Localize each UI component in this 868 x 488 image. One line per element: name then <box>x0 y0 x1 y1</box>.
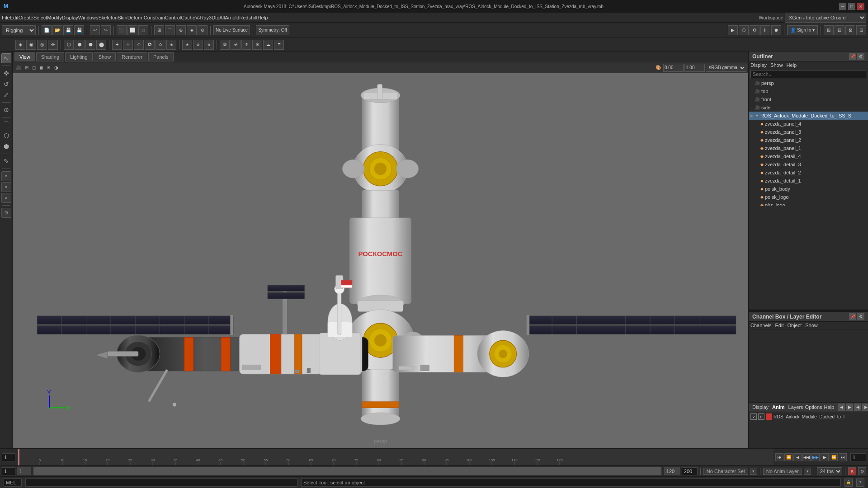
menu-vray[interactable]: V-Ray <box>195 15 209 20</box>
view-preset-4[interactable]: ⊡ <box>856 25 866 35</box>
lasso-select-button[interactable]: ⬜ <box>127 25 137 35</box>
outliner-settings-icon[interactable]: ⚙ <box>857 53 864 60</box>
layers-next2-icon[interactable]: ▶ <box>862 404 868 411</box>
tab-show[interactable]: Show <box>94 52 116 61</box>
menu-3dtoall[interactable]: 3DtoAll <box>209 15 225 20</box>
pb-prev-key[interactable]: ⏪ <box>784 453 793 461</box>
select-mode-button[interactable]: ⬛ <box>117 25 127 35</box>
paint-tool-button[interactable]: ◎ <box>37 40 47 50</box>
char-set-arrow[interactable]: ▾ <box>750 468 757 475</box>
cb-pin-icon[interactable]: 📌 <box>849 313 856 320</box>
symmetry-toggle[interactable]: Symmetry: Off <box>256 25 289 35</box>
view-preset-1[interactable]: ⊞ <box>824 25 834 35</box>
isolate-button[interactable]: ☣ <box>231 40 241 50</box>
select-tool-button[interactable]: ◈ <box>15 40 25 50</box>
vp-shadow-btn[interactable]: ◑ <box>53 64 60 72</box>
outliner-search-input[interactable] <box>750 70 866 78</box>
no-anim-layer-dropdown[interactable]: No Anim Layer <box>763 468 802 475</box>
open-scene-button[interactable]: 📂 <box>52 25 62 35</box>
world-space-button[interactable]: ✮ <box>193 40 203 50</box>
menu-deform[interactable]: Deform <box>127 15 144 20</box>
outliner-menu-display[interactable]: Display <box>750 62 767 68</box>
paint-tool-left[interactable]: ✎ <box>1 156 11 166</box>
pb-play-fwd[interactable]: ▶▶ <box>811 453 820 461</box>
layer-vis-p[interactable]: P <box>758 413 764 420</box>
vp-camera-btn[interactable]: 🎥 <box>14 64 23 72</box>
tab-lighting[interactable]: Lighting <box>65 52 93 61</box>
render-settings-button[interactable]: ⚙ <box>750 25 760 35</box>
viewport-3d[interactable]: РОСКОСМОС <box>13 73 748 448</box>
layers-menu-layers[interactable]: Layers <box>788 404 803 410</box>
tab-view[interactable]: View <box>14 52 35 61</box>
undo-button[interactable]: ↩ <box>90 25 100 35</box>
mel-field[interactable]: MEL <box>4 479 22 487</box>
range-end-field[interactable]: 200 <box>682 467 698 475</box>
workspace-dropdown[interactable]: XGen - Interactive Groom† <box>785 13 866 23</box>
menu-constrain[interactable]: Constrain <box>144 15 165 20</box>
move-tool-button[interactable]: ✜ <box>48 40 58 50</box>
vp-color-mgmt-btn[interactable]: 🎨 <box>654 64 662 72</box>
tree-item-front[interactable]: 🎥front <box>749 95 868 103</box>
settings-btn[interactable]: ⚙ <box>858 467 866 475</box>
fps-dropdown[interactable]: 24 fps 30 fps <box>817 467 842 475</box>
tree-item-zvezda_panel_1[interactable]: ◆zvezda_panel_1 <box>749 144 868 152</box>
gamma-input[interactable] <box>684 64 705 72</box>
snap-curve-button[interactable]: ⌒ <box>165 25 175 35</box>
cb-menu-edit[interactable]: Edit <box>775 323 783 328</box>
tree-item-zvezda_panel_3[interactable]: ◆zvezda_panel_3 <box>749 128 868 136</box>
cb-menu-show[interactable]: Show <box>805 323 818 328</box>
pb-next-frame[interactable]: ▶ <box>821 453 829 461</box>
pb-prev-frame[interactable]: ◀ <box>793 453 802 461</box>
layers-next-icon[interactable]: ▶ <box>846 404 853 411</box>
tree-item-poisk_body[interactable]: ◆poisk_body <box>749 185 868 193</box>
ik-handle-button[interactable]: ✧ <box>123 40 133 50</box>
paint-skin-button[interactable]: ✫ <box>156 40 165 50</box>
vp-shade-btn[interactable]: ◼ <box>38 64 44 72</box>
layers-tab-display[interactable]: Display <box>752 404 769 410</box>
vp-grid-btn[interactable]: ⊞ <box>24 64 30 72</box>
vp-wireframe-btn[interactable]: ◻ <box>31 64 37 72</box>
tree-item-pirs_logo[interactable]: ◆pirs_logo <box>749 201 868 206</box>
pb-go-start[interactable]: ⏮ <box>775 453 783 461</box>
tree-item-poisk_logo[interactable]: ◆poisk_logo <box>749 193 868 201</box>
timeline-start-field[interactable]: 1 <box>2 453 15 461</box>
layers-tab-anim[interactable]: Anim <box>772 404 785 410</box>
close-button[interactable]: ✕ <box>857 3 864 10</box>
lasso-tool-button[interactable]: ◉ <box>26 40 36 50</box>
redo-button[interactable]: ↪ <box>101 25 111 35</box>
tree-item-zvezda_detail_4[interactable]: ◆zvezda_detail_4 <box>749 152 868 160</box>
cb-menu-channels[interactable]: Channels <box>750 323 771 328</box>
stop-render-button[interactable]: ⏸ <box>760 25 770 35</box>
mel-input[interactable] <box>28 480 295 485</box>
menu-skin[interactable]: Skin <box>118 15 127 20</box>
xray-button[interactable]: ☢ <box>220 40 230 50</box>
component-editor-button[interactable]: ✬ <box>166 40 176 50</box>
paint-select-button[interactable]: ◻ <box>138 25 148 35</box>
snap-grid-button[interactable]: ⊞ <box>154 25 164 35</box>
ipr-render-button[interactable]: ⬡ <box>739 25 749 35</box>
menu-redshift[interactable]: Redshift <box>239 15 257 20</box>
snap-surface-button[interactable]: ◈ <box>187 25 197 35</box>
save-as-button[interactable]: 💾 <box>74 25 84 35</box>
menu-windows[interactable]: Windows <box>78 15 99 20</box>
show-manip-left[interactable]: ⊕ <box>1 105 11 115</box>
pb-play-back[interactable]: ◀◀ <box>802 453 811 461</box>
outliner-menu-help[interactable]: Help <box>787 62 797 68</box>
render-current-button[interactable]: ▶ <box>728 25 738 35</box>
minimize-button[interactable]: ─ <box>839 3 846 10</box>
joint-tool-button[interactable]: ✦ <box>112 40 122 50</box>
move-tool-left[interactable]: ✜ <box>1 68 11 78</box>
tab-renderer[interactable]: Renderer <box>117 52 147 61</box>
pb-go-end[interactable]: ⏭ <box>839 453 847 461</box>
pause-render-button[interactable]: ⏺ <box>771 25 781 35</box>
anim-layer-arrow[interactable]: ▾ <box>804 468 811 475</box>
tree-item-zvezda_detail_2[interactable]: ◆zvezda_detail_2 <box>749 169 868 177</box>
menu-edit[interactable]: Edit <box>10 15 19 20</box>
pb-next-key[interactable]: ⏩ <box>830 453 838 461</box>
tree-item-zvezda_panel_4[interactable]: ◆zvezda_panel_4 <box>749 120 868 128</box>
ambient-button[interactable]: ☂ <box>274 40 284 50</box>
layers-menu-help[interactable]: Help <box>824 404 835 410</box>
auto-key-btn[interactable]: K <box>848 467 856 475</box>
menu-file[interactable]: File <box>2 15 10 20</box>
surface-tool-left[interactable]: ⬡ <box>1 131 11 141</box>
